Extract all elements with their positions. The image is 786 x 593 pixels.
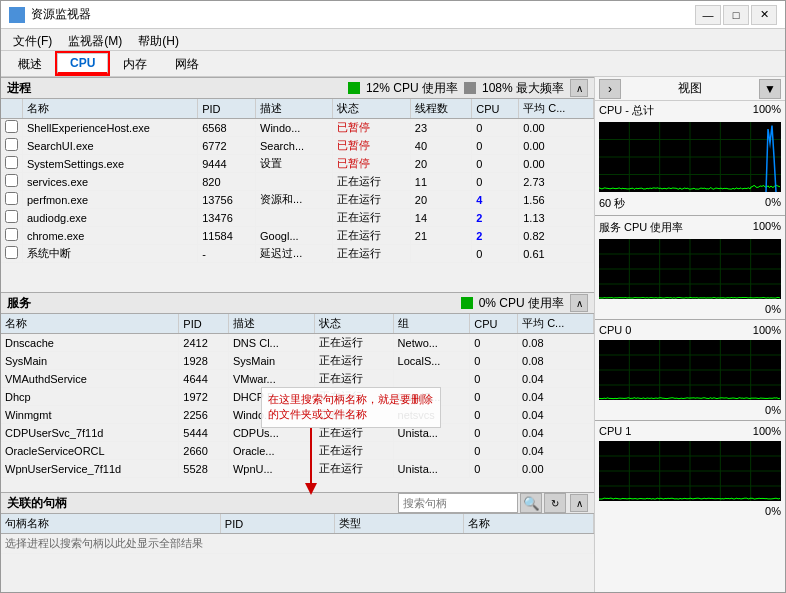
table-row[interactable]: Dnscache 2412 DNS Cl... 正在运行 Netwo... 0 … — [1, 334, 594, 352]
search-handle-input[interactable] — [398, 493, 518, 513]
col-status[interactable]: 状态 — [333, 99, 410, 119]
minimize-button[interactable]: — — [695, 5, 721, 25]
table-row[interactable]: Dhcp 1972 DHCP P... 正在运行 LocalS... 0 0.0… — [1, 388, 594, 406]
service-table-container[interactable]: 名称 PID 描述 状态 组 CPU 平均 C... Dnscache 2412 — [1, 314, 594, 492]
service-cpu-max: 100% — [753, 220, 781, 235]
handle-collapse-btn[interactable]: ∧ — [570, 494, 588, 512]
table-row[interactable]: chrome.exe 11584 Googl... 正在运行 21 2 0.82 — [1, 227, 594, 245]
right-expand-btn[interactable]: › — [599, 79, 621, 99]
cpu-total-title: CPU - 总计 — [599, 103, 654, 118]
cpu-indicator — [348, 82, 360, 94]
service-cpu-canvas — [599, 239, 781, 299]
hdl-col-name[interactable]: 句柄名称 — [1, 514, 220, 534]
hdl-col-desc[interactable]: 名称 — [464, 514, 594, 534]
title-controls: — □ ✕ — [695, 5, 777, 25]
cpu1-min: 0% — [765, 505, 781, 517]
svc-col-status[interactable]: 状态 — [315, 314, 394, 334]
cpu-total-canvas — [599, 122, 781, 192]
table-row[interactable]: VMAuthdService 4644 VMwar... 正在运行 0 0.04 — [1, 370, 594, 388]
table-row[interactable]: SystemSettings.exe 9444 设置 已暂停 20 0 0.00 — [1, 155, 594, 173]
tab-network[interactable]: 网络 — [162, 53, 212, 74]
table-row[interactable]: ShellExperienceHost.exe 6568 Windo... 已暂… — [1, 119, 594, 137]
service-title: 服务 — [7, 295, 31, 312]
col-threads[interactable]: 线程数 — [410, 99, 471, 119]
table-row[interactable]: audiodg.exe 13476 正在运行 14 2 1.13 — [1, 209, 594, 227]
process-info: 12% CPU 使用率 108% 最大频率 ∧ — [348, 79, 588, 97]
col-cpu[interactable]: CPU — [472, 99, 519, 119]
table-row[interactable]: Winmgmt 2256 Windo... 正在运行 netsvcs 0 0.0… — [1, 406, 594, 424]
cpu-total-chart — [599, 122, 781, 192]
title-bar-left: 资源监视器 — [9, 6, 91, 23]
view-dropdown-btn[interactable]: ▼ — [759, 79, 781, 99]
table-row[interactable]: SearchUI.exe 6772 Search... 已暂停 40 0 0.0… — [1, 137, 594, 155]
cpu0-label: CPU 0 100% — [595, 322, 785, 338]
cpu-total-section: CPU - 总计 100% 60 秒 0% — [595, 101, 785, 213]
service-cpu-min: 0% — [765, 303, 781, 315]
table-row[interactable]: OracleServiceORCL 2660 Oracle... 正在运行 0 … — [1, 442, 594, 460]
maximize-button[interactable]: □ — [723, 5, 749, 25]
service-cpu-section: 服务 CPU 使用率 100% 0% — [595, 218, 785, 317]
cpu0-canvas — [599, 340, 781, 400]
table-row[interactable]: WpnUserService_7f11d 5528 WpnU... 正在运行 U… — [1, 460, 594, 478]
close-button[interactable]: ✕ — [751, 5, 777, 25]
service-cpu-label: 0% CPU 使用率 — [479, 295, 564, 312]
col-name[interactable]: 名称 — [23, 99, 198, 119]
menu-monitor[interactable]: 监视器(M) — [60, 31, 130, 48]
process-collapse-btn[interactable]: ∧ — [570, 79, 588, 97]
app-icon — [9, 7, 25, 23]
svc-col-group[interactable]: 组 — [393, 314, 470, 334]
cpu0-chart — [599, 340, 781, 400]
tabs-bar: 概述 CPU 内存 网络 — [1, 51, 785, 77]
table-row[interactable]: perfmon.exe 13756 资源和... 正在运行 20 4 1.56 — [1, 191, 594, 209]
cpu-total-label: CPU - 总计 100% — [595, 101, 785, 120]
process-table: 名称 PID 描述 状态 线程数 CPU 平均 C... ShellExperi… — [1, 99, 594, 263]
col-pid[interactable]: PID — [198, 99, 256, 119]
menu-help[interactable]: 帮助(H) — [130, 31, 187, 48]
service-collapse-btn[interactable]: ∧ — [570, 294, 588, 312]
service-table: 名称 PID 描述 状态 组 CPU 平均 C... Dnscache 2412 — [1, 314, 594, 478]
process-section: 进程 12% CPU 使用率 108% 最大频率 ∧ — [1, 77, 594, 292]
svc-col-desc[interactable]: 描述 — [228, 314, 314, 334]
cpu-total-bottom: 60 秒 0% — [595, 194, 785, 213]
cpu1-label: CPU 1 100% — [595, 423, 785, 439]
cpu0-max: 100% — [753, 324, 781, 336]
process-table-container[interactable]: 名称 PID 描述 状态 线程数 CPU 平均 C... ShellExperi… — [1, 99, 594, 292]
cpu0-min: 0% — [765, 404, 781, 416]
max-freq-label: 108% 最大频率 — [482, 80, 564, 97]
process-title: 进程 — [7, 80, 31, 97]
hdl-col-type[interactable]: 类型 — [335, 514, 464, 534]
tab-memory[interactable]: 内存 — [110, 53, 160, 74]
service-cpu-chart — [599, 239, 781, 299]
tab-overview[interactable]: 概述 — [5, 53, 55, 74]
svc-col-name[interactable]: 名称 — [1, 314, 179, 334]
cpu1-max: 100% — [753, 425, 781, 437]
handle-title: 关联的句柄 — [7, 495, 67, 512]
service-cpu-label: 服务 CPU 使用率 100% — [595, 218, 785, 237]
divider-1 — [595, 215, 785, 216]
right-top-bar: › 视图 ▼ — [595, 77, 785, 101]
col-desc[interactable]: 描述 — [256, 99, 333, 119]
handle-table-container[interactable]: 句柄名称 PID 类型 名称 选择进程以搜索句柄以此处显示全部结果 — [1, 514, 594, 582]
svc-col-cpu[interactable]: CPU — [470, 314, 518, 334]
cpu0-bottom: 0% — [595, 402, 785, 418]
col-avg-cpu[interactable]: 平均 C... — [519, 99, 594, 119]
col-checkbox — [1, 99, 23, 119]
table-row[interactable]: 系统中断 - 延迟过... 正在运行 0 0.61 — [1, 245, 594, 263]
table-row: 选择进程以搜索句柄以此处显示全部结果 — [1, 534, 594, 554]
table-row[interactable]: CDPUserSvc_7f11d 5444 CDPUs... 正在运行 Unis… — [1, 424, 594, 442]
table-row[interactable]: SysMain 1928 SysMain 正在运行 LocalS... 0 0.… — [1, 352, 594, 370]
title-bar: 资源监视器 — □ ✕ — [1, 1, 785, 29]
service-info: 0% CPU 使用率 ∧ — [461, 294, 588, 312]
main-window: 资源监视器 — □ ✕ 文件(F) 监视器(M) 帮助(H) 概述 CPU 内存… — [0, 0, 786, 593]
left-panel: 进程 12% CPU 使用率 108% 最大频率 ∧ — [1, 77, 595, 592]
search-refresh-button[interactable]: ↻ — [544, 493, 566, 513]
table-row[interactable]: services.exe 820 正在运行 11 0 2.73 — [1, 173, 594, 191]
search-button[interactable]: 🔍 — [520, 493, 542, 513]
freq-indicator — [464, 82, 476, 94]
menu-file[interactable]: 文件(F) — [5, 31, 60, 48]
svc-col-pid[interactable]: PID — [179, 314, 229, 334]
tab-cpu[interactable]: CPU — [57, 53, 108, 74]
hdl-col-pid[interactable]: PID — [220, 514, 334, 534]
process-section-header: 进程 12% CPU 使用率 108% 最大频率 ∧ — [1, 77, 594, 99]
svc-col-avg[interactable]: 平均 C... — [518, 314, 594, 334]
